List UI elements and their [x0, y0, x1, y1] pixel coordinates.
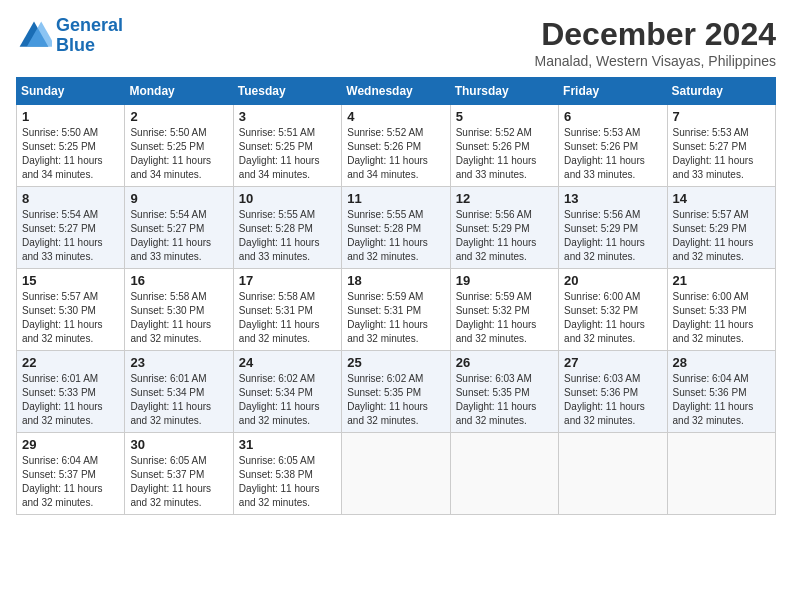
calendar-cell — [667, 433, 775, 515]
day-number: 4 — [347, 109, 444, 124]
calendar-cell: 16 Sunrise: 5:58 AM Sunset: 5:30 PM Dayl… — [125, 269, 233, 351]
weekday-header: Sunday — [17, 78, 125, 105]
calendar-cell: 25 Sunrise: 6:02 AM Sunset: 5:35 PM Dayl… — [342, 351, 450, 433]
day-number: 3 — [239, 109, 336, 124]
day-info: Sunrise: 6:01 AM Sunset: 5:33 PM Dayligh… — [22, 372, 119, 428]
calendar-cell: 3 Sunrise: 5:51 AM Sunset: 5:25 PM Dayli… — [233, 105, 341, 187]
day-info: Sunrise: 6:04 AM Sunset: 5:36 PM Dayligh… — [673, 372, 770, 428]
day-number: 31 — [239, 437, 336, 452]
day-number: 28 — [673, 355, 770, 370]
calendar-cell: 31 Sunrise: 6:05 AM Sunset: 5:38 PM Dayl… — [233, 433, 341, 515]
weekday-header: Tuesday — [233, 78, 341, 105]
day-number: 25 — [347, 355, 444, 370]
day-info: Sunrise: 6:03 AM Sunset: 5:35 PM Dayligh… — [456, 372, 553, 428]
weekday-header: Saturday — [667, 78, 775, 105]
day-info: Sunrise: 6:01 AM Sunset: 5:34 PM Dayligh… — [130, 372, 227, 428]
day-info: Sunrise: 5:53 AM Sunset: 5:26 PM Dayligh… — [564, 126, 661, 182]
day-number: 1 — [22, 109, 119, 124]
day-info: Sunrise: 5:57 AM Sunset: 5:30 PM Dayligh… — [22, 290, 119, 346]
day-info: Sunrise: 5:59 AM Sunset: 5:31 PM Dayligh… — [347, 290, 444, 346]
day-number: 6 — [564, 109, 661, 124]
calendar-cell: 12 Sunrise: 5:56 AM Sunset: 5:29 PM Dayl… — [450, 187, 558, 269]
calendar-cell: 30 Sunrise: 6:05 AM Sunset: 5:37 PM Dayl… — [125, 433, 233, 515]
day-number: 11 — [347, 191, 444, 206]
day-info: Sunrise: 5:54 AM Sunset: 5:27 PM Dayligh… — [130, 208, 227, 264]
calendar-cell: 28 Sunrise: 6:04 AM Sunset: 5:36 PM Dayl… — [667, 351, 775, 433]
weekday-header: Thursday — [450, 78, 558, 105]
day-info: Sunrise: 6:00 AM Sunset: 5:32 PM Dayligh… — [564, 290, 661, 346]
calendar-cell: 22 Sunrise: 6:01 AM Sunset: 5:33 PM Dayl… — [17, 351, 125, 433]
day-info: Sunrise: 5:59 AM Sunset: 5:32 PM Dayligh… — [456, 290, 553, 346]
day-info: Sunrise: 5:50 AM Sunset: 5:25 PM Dayligh… — [130, 126, 227, 182]
day-number: 13 — [564, 191, 661, 206]
day-info: Sunrise: 6:05 AM Sunset: 5:37 PM Dayligh… — [130, 454, 227, 510]
calendar-cell: 14 Sunrise: 5:57 AM Sunset: 5:29 PM Dayl… — [667, 187, 775, 269]
day-number: 16 — [130, 273, 227, 288]
day-info: Sunrise: 5:58 AM Sunset: 5:30 PM Dayligh… — [130, 290, 227, 346]
day-number: 12 — [456, 191, 553, 206]
day-info: Sunrise: 5:54 AM Sunset: 5:27 PM Dayligh… — [22, 208, 119, 264]
day-info: Sunrise: 5:50 AM Sunset: 5:25 PM Dayligh… — [22, 126, 119, 182]
title-block: December 2024 Manalad, Western Visayas, … — [535, 16, 777, 69]
calendar-cell: 19 Sunrise: 5:59 AM Sunset: 5:32 PM Dayl… — [450, 269, 558, 351]
day-number: 10 — [239, 191, 336, 206]
calendar-cell: 24 Sunrise: 6:02 AM Sunset: 5:34 PM Dayl… — [233, 351, 341, 433]
calendar-cell: 7 Sunrise: 5:53 AM Sunset: 5:27 PM Dayli… — [667, 105, 775, 187]
day-number: 9 — [130, 191, 227, 206]
calendar-cell: 11 Sunrise: 5:55 AM Sunset: 5:28 PM Dayl… — [342, 187, 450, 269]
day-info: Sunrise: 5:55 AM Sunset: 5:28 PM Dayligh… — [347, 208, 444, 264]
calendar-table: SundayMondayTuesdayWednesdayThursdayFrid… — [16, 77, 776, 515]
calendar-cell: 18 Sunrise: 5:59 AM Sunset: 5:31 PM Dayl… — [342, 269, 450, 351]
day-number: 26 — [456, 355, 553, 370]
day-info: Sunrise: 5:52 AM Sunset: 5:26 PM Dayligh… — [456, 126, 553, 182]
calendar-cell: 4 Sunrise: 5:52 AM Sunset: 5:26 PM Dayli… — [342, 105, 450, 187]
day-number: 14 — [673, 191, 770, 206]
day-number: 18 — [347, 273, 444, 288]
day-info: Sunrise: 5:52 AM Sunset: 5:26 PM Dayligh… — [347, 126, 444, 182]
weekday-header: Wednesday — [342, 78, 450, 105]
day-info: Sunrise: 6:00 AM Sunset: 5:33 PM Dayligh… — [673, 290, 770, 346]
calendar-week-row: 29 Sunrise: 6:04 AM Sunset: 5:37 PM Dayl… — [17, 433, 776, 515]
day-number: 5 — [456, 109, 553, 124]
calendar-week-row: 1 Sunrise: 5:50 AM Sunset: 5:25 PM Dayli… — [17, 105, 776, 187]
calendar-week-row: 15 Sunrise: 5:57 AM Sunset: 5:30 PM Dayl… — [17, 269, 776, 351]
calendar-cell: 29 Sunrise: 6:04 AM Sunset: 5:37 PM Dayl… — [17, 433, 125, 515]
calendar-cell: 1 Sunrise: 5:50 AM Sunset: 5:25 PM Dayli… — [17, 105, 125, 187]
calendar-cell: 6 Sunrise: 5:53 AM Sunset: 5:26 PM Dayli… — [559, 105, 667, 187]
day-number: 2 — [130, 109, 227, 124]
day-info: Sunrise: 5:57 AM Sunset: 5:29 PM Dayligh… — [673, 208, 770, 264]
calendar-cell: 15 Sunrise: 5:57 AM Sunset: 5:30 PM Dayl… — [17, 269, 125, 351]
day-number: 29 — [22, 437, 119, 452]
calendar-cell: 10 Sunrise: 5:55 AM Sunset: 5:28 PM Dayl… — [233, 187, 341, 269]
calendar-cell: 26 Sunrise: 6:03 AM Sunset: 5:35 PM Dayl… — [450, 351, 558, 433]
day-info: Sunrise: 6:02 AM Sunset: 5:34 PM Dayligh… — [239, 372, 336, 428]
day-info: Sunrise: 5:56 AM Sunset: 5:29 PM Dayligh… — [564, 208, 661, 264]
day-info: Sunrise: 5:53 AM Sunset: 5:27 PM Dayligh… — [673, 126, 770, 182]
logo: General Blue — [16, 16, 123, 56]
day-info: Sunrise: 5:51 AM Sunset: 5:25 PM Dayligh… — [239, 126, 336, 182]
logo-icon — [16, 18, 52, 54]
calendar-cell — [559, 433, 667, 515]
day-info: Sunrise: 6:04 AM Sunset: 5:37 PM Dayligh… — [22, 454, 119, 510]
weekday-header-row: SundayMondayTuesdayWednesdayThursdayFrid… — [17, 78, 776, 105]
day-number: 20 — [564, 273, 661, 288]
day-number: 30 — [130, 437, 227, 452]
calendar-week-row: 8 Sunrise: 5:54 AM Sunset: 5:27 PM Dayli… — [17, 187, 776, 269]
day-number: 22 — [22, 355, 119, 370]
calendar-cell — [450, 433, 558, 515]
weekday-header: Friday — [559, 78, 667, 105]
logo-text: General Blue — [56, 16, 123, 56]
calendar-cell — [342, 433, 450, 515]
calendar-cell: 8 Sunrise: 5:54 AM Sunset: 5:27 PM Dayli… — [17, 187, 125, 269]
location: Manalad, Western Visayas, Philippines — [535, 53, 777, 69]
calendar-cell: 9 Sunrise: 5:54 AM Sunset: 5:27 PM Dayli… — [125, 187, 233, 269]
day-number: 15 — [22, 273, 119, 288]
day-info: Sunrise: 5:58 AM Sunset: 5:31 PM Dayligh… — [239, 290, 336, 346]
day-number: 7 — [673, 109, 770, 124]
calendar-cell: 17 Sunrise: 5:58 AM Sunset: 5:31 PM Dayl… — [233, 269, 341, 351]
page-header: General Blue December 2024 Manalad, West… — [16, 16, 776, 69]
calendar-cell: 27 Sunrise: 6:03 AM Sunset: 5:36 PM Dayl… — [559, 351, 667, 433]
day-number: 17 — [239, 273, 336, 288]
calendar-cell: 5 Sunrise: 5:52 AM Sunset: 5:26 PM Dayli… — [450, 105, 558, 187]
weekday-header: Monday — [125, 78, 233, 105]
